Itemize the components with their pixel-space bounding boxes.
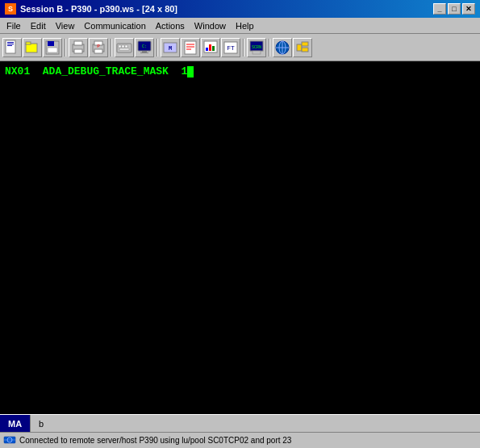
title-bar: S Session B - P390 - p390.ws - [24 x 80]… [0,0,480,18]
toolbar-sep-4 [243,39,244,57]
print2-button[interactable]: P [89,38,108,57]
status-network-icon [3,433,16,448]
tab-ma[interactable]: MA [0,415,31,432]
app-icon: S [5,3,16,15]
svg-text:C:: C: [142,44,147,49]
keyboard-button[interactable] [115,38,134,57]
menu-file[interactable]: File [2,19,26,32]
terminal-screen[interactable]: NX01 ADA_DEBUG_TRACE_MASK 1 [0,61,480,414]
svg-rect-22 [142,51,147,52]
svg-rect-46 [302,48,308,52]
svg-rect-34 [212,46,215,51]
svg-rect-8 [48,48,57,52]
svg-rect-20 [119,48,129,50]
menu-view[interactable]: View [51,19,80,32]
svg-rect-19 [125,45,127,48]
window-title: Session B - P390 - p390.ws - [24 x 80] [20,4,433,14]
terminal-content: NX01 ADA_DEBUG_TRACE_MASK 1 [5,65,187,77]
tab-bar: MA b [0,414,480,432]
tools-button[interactable] [293,38,312,57]
minimize-button[interactable]: _ [433,3,446,15]
menu-edit[interactable]: Edit [26,19,51,32]
graph3-button[interactable] [201,38,220,57]
status-bar: Connected to remote server/host P390 usi… [0,432,480,448]
toolbar-sep-5 [269,39,270,57]
macro-button[interactable]: M [161,38,180,57]
tab-b[interactable]: b [31,415,52,432]
toolbar-sep-3 [157,39,158,57]
menu-actions[interactable]: Actions [151,19,190,32]
svg-rect-16 [117,44,131,52]
menu-help[interactable]: Help [231,19,259,32]
svg-rect-17 [119,45,121,48]
svg-rect-5 [26,42,31,44]
svg-rect-39 [253,51,261,54]
svg-rect-7 [48,41,54,46]
script-button[interactable] [181,38,200,57]
svg-rect-23 [140,52,148,53]
maximize-button[interactable]: □ [448,3,461,15]
svg-rect-27 [185,41,196,54]
open-session-button[interactable] [23,38,42,57]
svg-rect-1 [7,42,14,43]
web-button[interactable] [273,38,292,57]
window-controls: _ □ ✕ [433,3,475,15]
graph4-button[interactable]: FT [221,38,240,57]
menu-window[interactable]: Window [190,19,231,32]
svg-rect-32 [206,48,208,51]
toolbar-sep-1 [65,39,66,57]
svg-rect-14 [94,49,102,53]
save-session-button[interactable] [43,38,62,57]
svg-rect-2 [7,44,14,44]
display-button[interactable]: C: [135,38,154,57]
menu-bar: File Edit View Communication Actions Win… [0,18,480,34]
terminal-line-1: NX01 ADA_DEBUG_TRACE_MASK 1 [5,65,475,79]
svg-rect-18 [122,45,124,48]
print3-button[interactable]: SCRN [247,38,266,57]
svg-text:FT: FT [227,44,235,52]
new-session-button[interactable] [2,38,22,57]
svg-rect-10 [74,41,82,45]
toolbar: P C: M [0,34,480,61]
svg-rect-3 [7,45,12,46]
svg-rect-45 [302,42,308,46]
menu-communication[interactable]: Communication [79,19,150,32]
svg-rect-11 [74,49,82,53]
svg-rect-33 [209,44,211,51]
close-button[interactable]: ✕ [462,3,475,15]
status-message: Connected to remote server/host P390 usi… [19,436,291,445]
svg-text:P: P [97,44,100,49]
terminal-cursor [187,66,194,77]
svg-text:SCRN: SCRN [252,45,261,50]
print-button[interactable] [69,38,88,57]
toolbar-sep-2 [111,39,112,57]
svg-text:M: M [169,45,172,52]
svg-rect-44 [297,44,302,51]
svg-rect-4 [26,44,37,52]
